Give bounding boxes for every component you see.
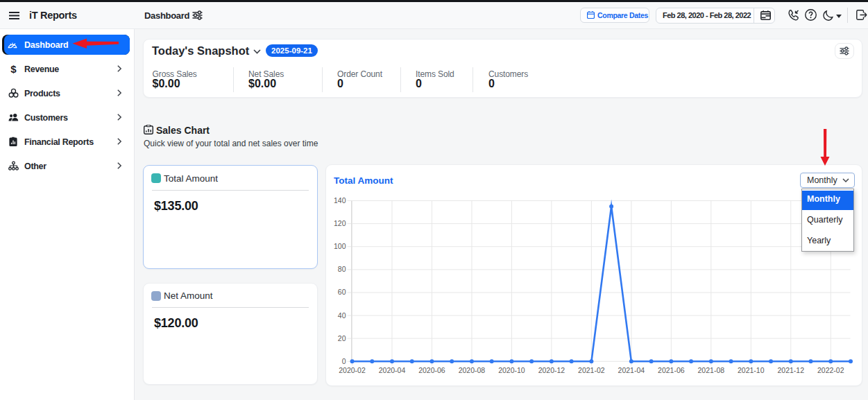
svg-text:2022-02: 2022-02: [817, 366, 844, 374]
svg-text:2021-06: 2021-06: [658, 366, 685, 374]
svg-text:0: 0: [342, 357, 346, 365]
svg-text:2021-12: 2021-12: [778, 366, 805, 374]
svg-text:100: 100: [334, 242, 346, 250]
svg-text:2020-12: 2020-12: [538, 366, 565, 374]
svg-text:2021-02: 2021-02: [578, 366, 605, 374]
svg-text:20: 20: [338, 334, 346, 342]
svg-text:2020-08: 2020-08: [459, 366, 486, 374]
svg-text:120: 120: [334, 219, 346, 227]
svg-text:2021-08: 2021-08: [698, 366, 725, 374]
svg-text:2021-10: 2021-10: [738, 366, 765, 374]
svg-text:2021-04: 2021-04: [618, 366, 645, 374]
svg-text:$: $: [10, 64, 17, 74]
svg-text:2020-02: 2020-02: [339, 366, 366, 374]
svg-text:80: 80: [338, 265, 346, 273]
svg-text:60: 60: [338, 288, 346, 296]
svg-text:2020-04: 2020-04: [379, 366, 406, 374]
svg-text:2020-06: 2020-06: [418, 366, 445, 374]
svg-text:140: 140: [334, 196, 346, 205]
svg-text:40: 40: [338, 311, 346, 320]
svg-text:2020-10: 2020-10: [498, 366, 525, 374]
